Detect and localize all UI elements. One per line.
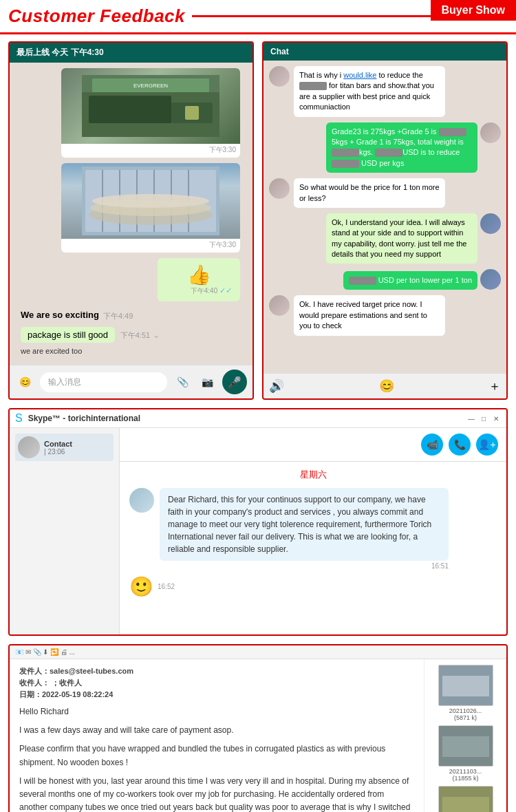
skype-window-buttons: — □ ✕ [466,414,501,423]
wa-thumb-emoji: 👍 [166,264,232,286]
wa-mic-button[interactable]: 🎤 [222,370,247,394]
email-header-bar: 📧 ✉ 📎 ⬇ 🔁 🖨 ... [10,645,506,659]
wa-avatar3-img [269,178,290,199]
wa-right-msg5-row: USD per ton lower per 1 ton [269,269,501,290]
svg-rect-6 [185,106,199,120]
wa-check-icon: ✓✓ [219,286,232,295]
email-attachment-2: 20211103...(11855 k) [429,725,502,782]
email-main: 发件人：sales@steel-tubes.com 收件人： ；收件人 日期：2… [10,659,424,812]
skype-chat-header: 📹 📞 👤+ [120,428,506,462]
wa-link1: would.like [343,71,376,79]
email-attachments: 20211026...(5871 k) 20211103...(11855 k) [424,659,506,812]
skype-contact-item[interactable]: Contact | 23:06 [15,434,114,461]
wa-right-title: Chat [270,47,499,56]
wa-left-title: 最后上线 今天 下午4:30 [17,47,246,58]
wa-emoji-icon[interactable]: 😊 [15,372,34,392]
email-para2: Please confirm that you have wrapped and… [19,742,414,769]
top-row: 最后上线 今天 下午4:30 EVERGREEN [8,41,508,400]
skype-smiley-emoji: 🙂 [129,575,153,598]
wa-right-msg1: That is why i would.like to reduce the f… [269,66,501,117]
skype-sidebar: Contact | 23:06 [10,428,120,634]
attachment-thumb-svg-3 [439,787,493,812]
wa-footer-emoji-icon[interactable]: 😊 [379,378,394,394]
skype-close-btn[interactable]: ✕ [491,414,501,423]
wa-avatar5-img [480,269,501,290]
wa-package-time: 下午4:51 [120,331,150,339]
wa-left-header: 最后上线 今天 下午4:30 [10,43,252,63]
wa-thumbs-up: 👍 下午4:40 ✓✓ [158,258,240,301]
email-attachment-1: 20211026...(5871 k) [429,665,502,721]
attachment-thumb-svg-1 [439,665,493,705]
wa-avatar3 [269,178,290,199]
wa-greeting-row: We are so exciting 下午4:49 [21,310,241,323]
skype-contact-name: Contact [44,440,72,448]
email-body-wrapper: 发件人：sales@steel-tubes.com 收件人： ；收件人 日期：2… [10,659,506,812]
main-content: 最后上线 今天 下午4:30 EVERGREEN [0,34,516,812]
wa-package-row: package is still good 下午4:51 ⌄ [21,327,241,344]
skype-title: Skype™ - torichinternational [28,414,461,423]
wa-greeting-text: We are so exciting [21,310,99,320]
email-thumb-2[interactable] [438,725,493,767]
blur1 [299,82,327,90]
email-para1: I was a few days away and will take care… [19,724,414,737]
wa-bubble5: USD per ton lower per 1 ton [343,271,477,290]
email-thumb-1[interactable] [438,665,493,706]
wa-right-header: Chat [264,43,506,61]
wa-avatar-sent-img [480,122,501,143]
svg-rect-23 [442,797,489,812]
page-title: Customer Feedback [8,6,185,27]
wa-image-truck: EVERGREEN 下午3:30 [61,68,240,158]
wa-footer-add-icon[interactable]: ＋ [488,378,501,394]
wa-msgs-section: We are so exciting 下午4:49 package is sti… [15,306,247,359]
wa-image2-time: 下午3:30 [61,239,240,253]
wa-right-msg6: Ok. I have recived target price now. I w… [269,295,501,335]
email-from: 发件人：sales@steel-tubes.com [19,666,414,676]
skype-msg-avatar [129,488,154,513]
wa-right-msg2-row: Grade23 is 275kgs +Grade 5 is 5kgs + Gra… [269,122,501,173]
wa-left-body: EVERGREEN 下午3:30 [10,63,252,365]
wa-footer-audio-icon[interactable]: 🔊 [269,378,284,394]
email-date: 日期：2022-05-19 08:22:24 [19,690,414,700]
buyer-show-badge: Buyer Show [431,0,516,21]
skype-video-btn[interactable]: 📹 [421,434,443,456]
blur2 [439,128,466,136]
svg-text:EVERGREEN: EVERGREEN [133,83,168,89]
wa-right-msg3: So what would be the price for 1 ton mor… [269,178,501,208]
email-text-body: Hello Richard I was a few days away and … [19,705,414,812]
skype-contact-info: Contact | 23:06 [44,440,72,456]
svg-rect-1 [89,96,171,123]
wa-bubble6: Ok. I have recived target price now. I w… [294,295,445,335]
wa-image-container: 下午3:30 [61,163,240,253]
wa-camera-icon[interactable]: 📷 [197,372,217,392]
wa-bubble3: So what would be the price for 1 ton mor… [294,178,445,208]
wa-avatar4-img [480,213,501,234]
wa-input-bar: 😊 输入消息 📎 📷 🎤 [10,365,252,398]
skype-body: Contact | 23:06 📹 📞 👤+ 星期六 Dear R [10,428,506,634]
skype-maximize-btn[interactable]: □ [479,414,488,423]
skype-minimize-btn[interactable]: — [466,414,476,423]
wa-right-body: That is why i would.like to reduce the f… [264,61,506,373]
whatsapp-panel-right: Chat That is why i would.like to reduce … [262,41,508,400]
svg-rect-21 [442,736,489,757]
email-thumb-3[interactable] [438,786,493,812]
skype-add-user-btn[interactable]: 👤+ [476,434,498,456]
skype-date-divider: 星期六 [129,469,497,481]
skype-contact-time: | 23:06 [44,448,72,456]
wa-avatar1 [269,66,290,87]
container-svg [82,167,219,235]
wa-bubble1: That is why i would.like to reduce the f… [294,66,445,117]
blur4 [375,149,402,157]
page-header: Customer Feedback Buyer Show [0,0,516,34]
wa-truck-image: EVERGREEN [61,68,240,144]
wa-right-footer: 🔊 😊 ＋ [264,373,506,398]
skype-msg-received: Dear Richard, this for your continuos su… [129,488,497,570]
email-attach-name-2: 20211103...(11855 k) [449,768,482,782]
blur3 [332,149,359,157]
wa-message-input[interactable]: 输入消息 [40,372,167,392]
skype-emoji-msg: 🙂 16:52 [129,575,497,598]
skype-call-btn[interactable]: 📞 [449,434,471,456]
wa-avatar6 [269,295,290,316]
email-attach-name-1: 20211026...(5871 k) [449,707,482,721]
skype-contact-avatar [18,436,40,458]
wa-attachment-icon[interactable]: 📎 [173,372,192,392]
